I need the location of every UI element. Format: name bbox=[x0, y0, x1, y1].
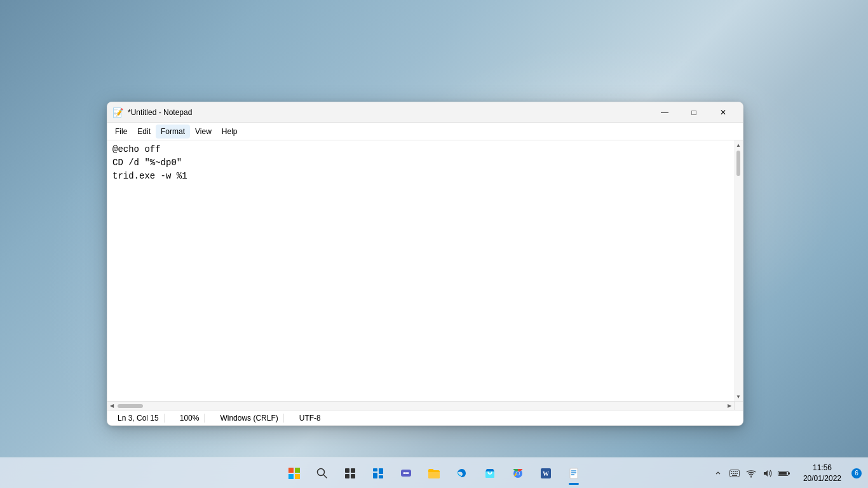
horizontal-scrollbar[interactable]: ◀ ▶ bbox=[107, 401, 743, 410]
clock-date: 20/01/2022 bbox=[803, 473, 841, 484]
svg-rect-6 bbox=[345, 468, 349, 473]
svg-rect-12 bbox=[379, 468, 383, 474]
menu-file[interactable]: File bbox=[110, 125, 132, 139]
notification-button[interactable]: 6 bbox=[848, 458, 868, 489]
menu-help[interactable]: Help bbox=[217, 125, 243, 139]
notification-badge: 6 bbox=[851, 468, 862, 478]
scroll-down-arrow[interactable]: ▼ bbox=[734, 392, 743, 401]
minimize-button[interactable]: — bbox=[650, 102, 679, 123]
taskbar-word-button[interactable]: W bbox=[533, 461, 559, 486]
taskbar: W bbox=[0, 458, 868, 488]
svg-rect-39 bbox=[789, 472, 790, 474]
tray-keyboard-icon[interactable] bbox=[727, 466, 742, 481]
svg-rect-7 bbox=[351, 468, 355, 473]
taskbar-explorer-button[interactable] bbox=[421, 461, 447, 486]
svg-rect-10 bbox=[373, 468, 377, 471]
text-editor[interactable]: @echo off CD /d "%~dp0" trid.exe -w %1 bbox=[107, 140, 743, 401]
taskbar-taskview-button[interactable] bbox=[337, 461, 363, 486]
svg-rect-36 bbox=[736, 473, 738, 474]
taskbar-widgets-button[interactable] bbox=[365, 461, 391, 486]
menu-edit[interactable]: Edit bbox=[132, 125, 156, 139]
taskbar-start-button[interactable] bbox=[281, 461, 307, 486]
taskbar-search-button[interactable] bbox=[309, 461, 335, 486]
svg-rect-13 bbox=[379, 475, 383, 478]
svg-rect-35 bbox=[735, 473, 736, 474]
menu-bar: File Edit Format View Help bbox=[107, 123, 743, 140]
window-controls: — □ ✕ bbox=[650, 102, 738, 123]
scroll-right-arrow[interactable]: ▶ bbox=[725, 402, 734, 410]
taskbar-center-icons: W bbox=[281, 461, 587, 486]
window-title: *Untitled - Notepad bbox=[128, 108, 650, 117]
taskbar-chat-button[interactable] bbox=[393, 461, 419, 486]
tray-chevron[interactable] bbox=[710, 466, 726, 481]
close-button[interactable]: ✕ bbox=[709, 102, 738, 123]
line-ending: Windows (CRLF) bbox=[215, 414, 283, 423]
taskbar-tray: 11:56 20/01/2022 6 bbox=[705, 458, 868, 488]
maximize-button[interactable]: □ bbox=[679, 102, 709, 123]
taskbar-store-button[interactable] bbox=[477, 461, 503, 486]
svg-rect-31 bbox=[735, 471, 736, 472]
svg-point-17 bbox=[407, 472, 409, 474]
menu-format[interactable]: Format bbox=[156, 125, 190, 139]
tray-battery-icon[interactable] bbox=[776, 466, 792, 481]
svg-rect-18 bbox=[485, 471, 494, 478]
svg-rect-32 bbox=[736, 471, 738, 472]
zoom-level: 100% bbox=[175, 414, 205, 423]
svg-point-15 bbox=[403, 472, 405, 474]
svg-rect-29 bbox=[731, 471, 732, 472]
title-bar: 📝 *Untitled - Notepad — □ ✕ bbox=[107, 102, 743, 123]
notepad-app-icon: 📝 bbox=[112, 107, 123, 118]
svg-rect-9 bbox=[351, 474, 355, 478]
system-tray bbox=[705, 466, 797, 481]
tray-wifi-icon[interactable] bbox=[743, 466, 759, 481]
svg-text:W: W bbox=[543, 470, 549, 477]
svg-rect-24 bbox=[570, 468, 578, 478]
taskbar-notepad-button[interactable] bbox=[561, 461, 587, 486]
status-bar: Ln 3, Col 15 100% Windows (CRLF) UTF-8 bbox=[107, 410, 743, 425]
scroll-up-arrow[interactable]: ▲ bbox=[734, 140, 743, 149]
taskbar-edge-button[interactable] bbox=[449, 461, 475, 486]
system-clock[interactable]: 11:56 20/01/2022 bbox=[798, 458, 846, 488]
clock-time: 11:56 bbox=[813, 463, 832, 473]
vertical-scrollbar[interactable]: ▲ ▼ bbox=[734, 140, 743, 401]
scroll-thumb-horizontal[interactable] bbox=[118, 404, 143, 408]
editor-area: @echo off CD /d "%~dp0" trid.exe -w %1 ▲… bbox=[107, 140, 743, 401]
encoding: UTF-8 bbox=[294, 414, 326, 423]
svg-rect-1 bbox=[295, 468, 300, 473]
svg-rect-30 bbox=[733, 471, 734, 472]
svg-rect-34 bbox=[733, 473, 734, 474]
taskbar-chrome-button[interactable] bbox=[505, 461, 531, 486]
svg-line-5 bbox=[323, 475, 327, 478]
notepad-window: 📝 *Untitled - Notepad — □ ✕ File Edit Fo… bbox=[107, 102, 743, 426]
svg-rect-11 bbox=[373, 473, 377, 478]
svg-rect-0 bbox=[288, 468, 294, 473]
desktop: 📝 *Untitled - Notepad — □ ✕ File Edit Fo… bbox=[0, 0, 868, 488]
svg-rect-40 bbox=[779, 472, 787, 475]
svg-rect-33 bbox=[731, 473, 732, 474]
menu-view[interactable]: View bbox=[190, 125, 217, 139]
scroll-thumb-vertical[interactable] bbox=[736, 151, 740, 176]
svg-rect-2 bbox=[288, 474, 294, 479]
svg-rect-37 bbox=[732, 475, 737, 476]
svg-rect-8 bbox=[345, 474, 349, 478]
scroll-left-arrow[interactable]: ◀ bbox=[107, 402, 116, 410]
cursor-position: Ln 3, Col 15 bbox=[112, 414, 165, 423]
svg-point-21 bbox=[517, 471, 520, 475]
tray-volume-icon[interactable] bbox=[760, 466, 775, 481]
svg-point-16 bbox=[405, 472, 407, 474]
svg-rect-3 bbox=[295, 474, 300, 479]
